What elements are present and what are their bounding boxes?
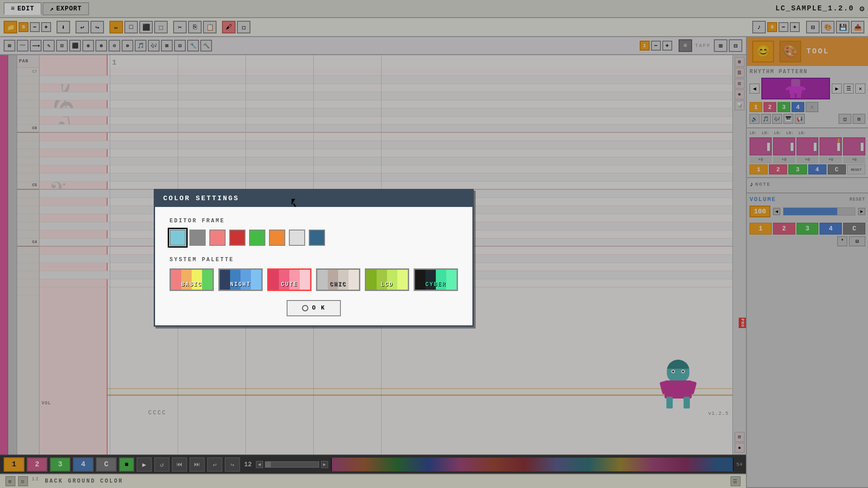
swatch-orange[interactable] — [269, 230, 285, 246]
swatch-red[interactable] — [229, 230, 245, 246]
palette-night-btn[interactable]: NIGHT — [218, 268, 263, 291]
color-settings-modal: COLOR SETTINGS EDITOR FRAME — [154, 189, 474, 327]
palette-basic-btn[interactable]: BASIC — [170, 268, 214, 291]
modal-title: COLOR SETTINGS — [163, 195, 239, 202]
swatch-green[interactable] — [249, 230, 265, 246]
palette-options: BASIC NIGHT — [170, 268, 458, 291]
editor-frame-label: EDITOR FRAME — [170, 218, 458, 224]
swatch-dark-blue[interactable] — [309, 230, 325, 246]
palette-basic-label: BASIC — [171, 282, 212, 288]
palette-cute-label: CUTE — [269, 282, 310, 288]
swatch-light-gray[interactable] — [289, 230, 305, 246]
palette-cyber-btn[interactable]: CYBER — [414, 268, 458, 291]
swatch-teal[interactable] — [170, 230, 186, 246]
palette-chic-btn[interactable]: CHIC — [316, 268, 360, 291]
palette-night-label: NIGHT — [220, 282, 261, 288]
modal-title-bar: COLOR SETTINGS — [155, 190, 472, 207]
palette-chic-label: CHIC — [317, 282, 359, 288]
palette-lcd-btn[interactable]: LCD — [365, 268, 409, 291]
color-swatches — [170, 230, 458, 246]
modal-ok-btn[interactable]: O K — [287, 300, 341, 316]
ok-label: O K — [312, 305, 325, 311]
ok-circle-icon — [302, 305, 308, 311]
palette-cyber-label: CYBER — [415, 282, 457, 288]
swatch-gray[interactable] — [189, 230, 206, 246]
palette-cute-btn[interactable]: CUTE — [267, 268, 311, 291]
modal-overlay: COLOR SETTINGS EDITOR FRAME — [0, 0, 868, 488]
palette-lcd-label: LCD — [366, 282, 408, 288]
system-palette-label: SYSTEM PALETTE — [170, 257, 458, 263]
swatch-pink[interactable] — [209, 230, 226, 246]
